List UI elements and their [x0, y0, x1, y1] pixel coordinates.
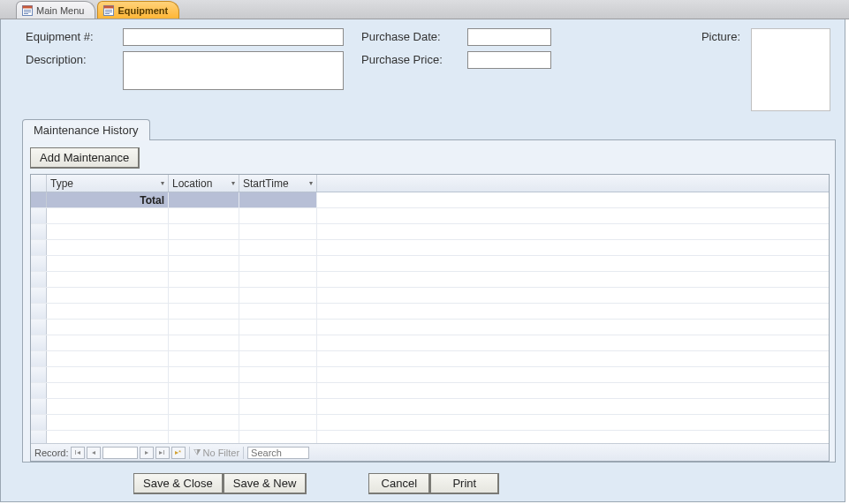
- cell[interactable]: [317, 399, 829, 414]
- table-row[interactable]: [31, 399, 829, 415]
- row-selector[interactable]: [31, 367, 47, 382]
- equipment-number-input[interactable]: [123, 28, 344, 46]
- column-header-location[interactable]: Location ▾: [169, 175, 239, 192]
- cell[interactable]: [317, 431, 829, 443]
- table-row[interactable]: [31, 431, 829, 443]
- grid-body[interactable]: [31, 208, 829, 443]
- table-row[interactable]: [31, 415, 829, 431]
- nav-new-button[interactable]: ▸*: [171, 447, 186, 459]
- cell[interactable]: [47, 224, 169, 239]
- cell[interactable]: [317, 383, 829, 398]
- column-header-starttime[interactable]: StartTime ▾: [239, 175, 317, 192]
- cell[interactable]: [239, 351, 317, 366]
- cell[interactable]: [169, 399, 239, 414]
- add-maintenance-button[interactable]: Add Maintenance: [30, 147, 140, 169]
- table-row[interactable]: [31, 288, 829, 304]
- table-row[interactable]: [31, 383, 829, 399]
- cell[interactable]: [317, 320, 829, 335]
- row-selector[interactable]: [31, 383, 47, 398]
- table-row[interactable]: [31, 304, 829, 320]
- cell[interactable]: [169, 240, 239, 255]
- tab-main-menu[interactable]: Main Menu: [16, 1, 95, 19]
- cell[interactable]: [317, 367, 829, 382]
- row-selector[interactable]: [31, 224, 47, 239]
- cell[interactable]: [239, 431, 317, 443]
- table-row[interactable]: [31, 208, 829, 224]
- row-selector[interactable]: [31, 399, 47, 414]
- cell[interactable]: [239, 256, 317, 271]
- cell[interactable]: [47, 351, 169, 366]
- cell[interactable]: [47, 304, 169, 319]
- no-filter-indicator[interactable]: ⧩ No Filter: [193, 448, 240, 458]
- table-row[interactable]: [31, 240, 829, 256]
- row-selector[interactable]: [31, 351, 47, 366]
- cell[interactable]: [239, 288, 317, 303]
- table-row[interactable]: [31, 351, 829, 367]
- table-row[interactable]: [31, 224, 829, 240]
- row-selector[interactable]: [31, 272, 47, 287]
- table-row[interactable]: [31, 367, 829, 383]
- table-row[interactable]: [31, 256, 829, 272]
- row-selector[interactable]: [31, 415, 47, 430]
- cancel-button[interactable]: Cancel: [368, 473, 430, 494]
- cell[interactable]: [47, 415, 169, 430]
- search-input[interactable]: [247, 447, 309, 459]
- tab-maintenance-history[interactable]: Maintenance History: [22, 119, 150, 140]
- cell[interactable]: [47, 431, 169, 443]
- cell[interactable]: [169, 224, 239, 239]
- cell[interactable]: [47, 256, 169, 271]
- cell[interactable]: [317, 224, 829, 239]
- row-selector[interactable]: [31, 304, 47, 319]
- save-close-button[interactable]: Save & Close: [133, 473, 224, 494]
- table-row[interactable]: [31, 320, 829, 335]
- save-new-button[interactable]: Save & New: [224, 473, 307, 494]
- purchase-price-input[interactable]: [467, 51, 551, 69]
- cell[interactable]: [47, 320, 169, 335]
- cell[interactable]: [317, 415, 829, 430]
- nav-first-button[interactable]: I◂: [71, 447, 85, 459]
- cell[interactable]: [169, 351, 239, 366]
- cell[interactable]: [239, 272, 317, 287]
- row-selector[interactable]: [31, 240, 47, 255]
- cell[interactable]: [239, 320, 317, 335]
- cell[interactable]: [47, 367, 169, 382]
- column-header-type[interactable]: Type ▾: [47, 175, 169, 192]
- row-selector[interactable]: [31, 256, 47, 271]
- cell[interactable]: [317, 272, 829, 287]
- cell[interactable]: [169, 383, 239, 398]
- print-button[interactable]: Print: [430, 473, 499, 494]
- cell[interactable]: [239, 367, 317, 382]
- cell[interactable]: [47, 272, 169, 287]
- cell[interactable]: [239, 304, 317, 319]
- nav-next-button[interactable]: ▸: [140, 447, 154, 459]
- table-row[interactable]: [31, 335, 829, 351]
- cell[interactable]: [169, 256, 239, 271]
- cell[interactable]: [169, 431, 239, 443]
- cell[interactable]: [47, 335, 169, 350]
- cell[interactable]: [317, 304, 829, 319]
- nav-prev-button[interactable]: ◂: [87, 447, 101, 459]
- cell[interactable]: [239, 399, 317, 414]
- cell[interactable]: [239, 335, 317, 350]
- cell[interactable]: [317, 240, 829, 255]
- cell[interactable]: [239, 415, 317, 430]
- cell[interactable]: [239, 383, 317, 398]
- cell[interactable]: [317, 351, 829, 366]
- cell[interactable]: [169, 367, 239, 382]
- cell[interactable]: [317, 335, 829, 350]
- select-all-rows[interactable]: [31, 175, 47, 192]
- cell[interactable]: [47, 208, 169, 223]
- row-selector[interactable]: [31, 288, 47, 303]
- cell[interactable]: [239, 208, 317, 223]
- cell[interactable]: [239, 240, 317, 255]
- cell[interactable]: [47, 399, 169, 414]
- cell[interactable]: [47, 240, 169, 255]
- cell[interactable]: [169, 288, 239, 303]
- row-selector[interactable]: [31, 431, 47, 443]
- cell[interactable]: [317, 256, 829, 271]
- row-selector[interactable]: [31, 192, 47, 207]
- cell[interactable]: [317, 288, 829, 303]
- cell[interactable]: [47, 383, 169, 398]
- cell[interactable]: [169, 304, 239, 319]
- row-selector[interactable]: [31, 320, 47, 335]
